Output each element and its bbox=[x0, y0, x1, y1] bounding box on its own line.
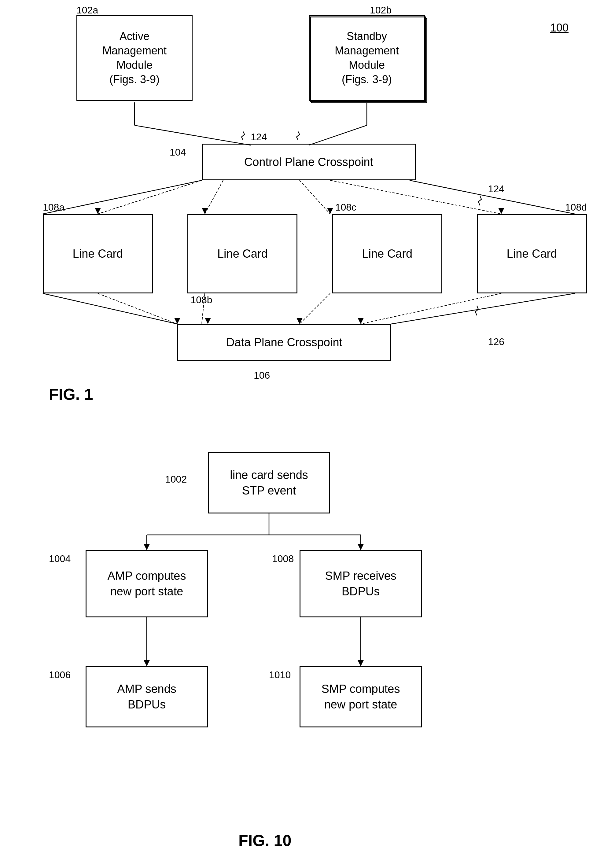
svg-marker-23 bbox=[357, 318, 364, 324]
svg-line-15 bbox=[391, 293, 574, 324]
svg-line-8 bbox=[43, 180, 202, 214]
ref-1004: 1004 bbox=[49, 553, 70, 564]
ref-1008: 1008 bbox=[272, 553, 294, 564]
svg-marker-17 bbox=[202, 208, 208, 214]
page: 100 102a Active Management Module (Figs.… bbox=[0, 0, 615, 868]
ref-124-right: 124 bbox=[488, 183, 504, 195]
ref-126: 126 bbox=[488, 336, 504, 348]
ref-104: 104 bbox=[170, 147, 186, 158]
svg-marker-21 bbox=[205, 318, 211, 324]
fig1-label: FIG. 1 bbox=[49, 385, 93, 404]
svg-line-10 bbox=[98, 293, 177, 324]
svg-marker-34 bbox=[357, 660, 364, 666]
svg-marker-18 bbox=[327, 208, 333, 214]
box-1002: line card sends STP event bbox=[208, 452, 330, 513]
ref-1006: 1006 bbox=[49, 669, 70, 681]
svg-line-3 bbox=[309, 125, 367, 145]
svg-marker-22 bbox=[297, 318, 303, 324]
box-1008: SMP receives BDPUs bbox=[300, 550, 422, 617]
control-plane-crosspoint: Control Plane Crosspoint bbox=[202, 143, 416, 180]
svg-line-14 bbox=[43, 293, 177, 324]
active-management-module: Active Management Module (Figs. 3-9) bbox=[76, 15, 193, 101]
data-plane-crosspoint: Data Plane Crosspoint bbox=[177, 324, 391, 361]
ref-102b: 102b bbox=[370, 5, 392, 16]
line-card-4: Line Card bbox=[477, 214, 587, 293]
fig10-section: line card sends STP event 1002 AMP compu… bbox=[25, 434, 593, 856]
ref-108a: 108a bbox=[43, 202, 64, 213]
line-cards-row: 108a Line Card 108b Line Card 108c Line … bbox=[43, 214, 587, 293]
svg-line-2 bbox=[134, 125, 251, 145]
ref-108d: 108d bbox=[565, 202, 587, 213]
svg-line-4 bbox=[98, 180, 202, 214]
svg-marker-30 bbox=[357, 544, 364, 550]
ref-100: 100 bbox=[550, 22, 568, 34]
svg-marker-19 bbox=[498, 208, 504, 214]
standby-management-module: Standby Management Module (Figs. 3-9) bbox=[309, 15, 425, 101]
fig10-label: FIG. 10 bbox=[239, 831, 291, 850]
box-1004: AMP computes new port state bbox=[86, 550, 208, 617]
fig1-section: 100 102a Active Management Module (Figs.… bbox=[25, 12, 593, 410]
ref-108b: 108b bbox=[190, 295, 212, 305]
svg-marker-28 bbox=[144, 544, 150, 550]
ref-1010: 1010 bbox=[269, 669, 291, 681]
svg-line-13 bbox=[361, 293, 501, 324]
line-card-1: Line Card bbox=[43, 214, 153, 293]
line-card-3: Line Card bbox=[332, 214, 442, 293]
ref-106: 106 bbox=[254, 370, 270, 381]
box-1006: AMP sends BDPUs bbox=[86, 666, 208, 728]
svg-line-12 bbox=[300, 293, 330, 324]
svg-marker-20 bbox=[174, 318, 180, 324]
svg-line-5 bbox=[205, 180, 223, 214]
ref-124-top: 124 bbox=[251, 131, 267, 143]
line-card-2: Line Card bbox=[187, 214, 297, 293]
svg-marker-16 bbox=[95, 208, 101, 214]
ref-108c: 108c bbox=[335, 202, 356, 213]
ref-1002: 1002 bbox=[165, 474, 187, 485]
ref-102a: 102a bbox=[76, 5, 98, 16]
box-1010: SMP computes new port state bbox=[300, 666, 422, 728]
svg-marker-32 bbox=[144, 660, 150, 666]
svg-line-6 bbox=[300, 180, 330, 214]
